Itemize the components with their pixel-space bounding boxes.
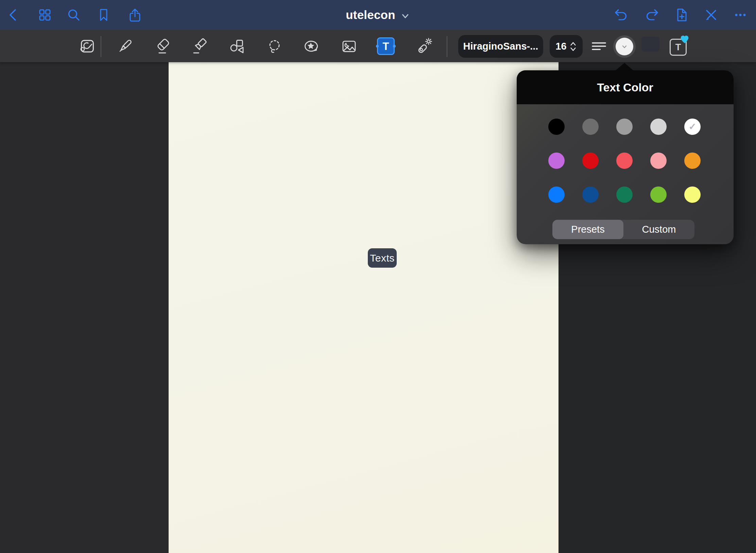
undo-button[interactable]	[613, 7, 630, 23]
app-window: utelecon	[0, 0, 756, 553]
laser-pointer-tool-button[interactable]	[415, 37, 433, 55]
share-button[interactable]	[127, 7, 143, 23]
color-swatch-blue[interactable]	[539, 178, 573, 212]
undo-icon	[613, 7, 630, 23]
text-tool-button[interactable]: T	[377, 37, 395, 55]
selected-check-icon: ✓	[689, 122, 697, 131]
heart-icon	[680, 34, 690, 44]
thumbnails-button[interactable]	[37, 7, 53, 23]
swatch-dot-gray	[616, 119, 633, 135]
lasso-tool-button[interactable]	[265, 37, 284, 55]
align-left-icon	[590, 37, 608, 55]
laser-pointer-icon	[415, 37, 433, 55]
highlighter-icon	[191, 37, 209, 55]
popover-header: Text Color	[517, 70, 734, 104]
presets-custom-segmented-control: Presets Custom	[552, 220, 694, 239]
elements-tool-button[interactable]	[302, 37, 320, 55]
document-title-button[interactable]: utelecon	[346, 0, 410, 30]
color-swatch-dark-gray[interactable]	[573, 110, 607, 144]
popover-arrow	[615, 63, 634, 71]
text-object[interactable]: Texts	[368, 248, 397, 268]
toolbar-divider	[447, 36, 447, 57]
document-title: utelecon	[346, 8, 395, 22]
color-swatch-black[interactable]	[539, 110, 573, 144]
color-swatch-grid: ✓	[539, 110, 709, 212]
swatch-dot-dark-gray	[582, 119, 599, 135]
swatch-dot-red	[582, 153, 599, 169]
pan-scroll-tool-button[interactable]	[78, 37, 97, 55]
page-canvas[interactable]	[169, 62, 559, 553]
text-color-popover: Text Color ✓ Presets Custom	[517, 70, 734, 244]
color-swatch-green[interactable]	[607, 178, 641, 212]
add-page-icon	[673, 7, 690, 23]
swatch-dot-orange	[684, 153, 701, 169]
swatch-dot-yellow	[684, 186, 701, 203]
color-swatch-yellow[interactable]	[675, 178, 709, 212]
back-button[interactable]	[5, 7, 22, 23]
text-tool-glyph: T	[383, 41, 389, 52]
lasso-icon	[265, 37, 284, 55]
toolbar-divider	[101, 36, 101, 57]
highlighter-tool-button[interactable]	[191, 37, 209, 55]
text-handle-right	[393, 45, 396, 48]
popover-title: Text Color	[597, 81, 653, 94]
pen-icon	[116, 37, 134, 55]
add-page-button[interactable]	[673, 7, 690, 23]
color-swatch-light-gray[interactable]	[641, 110, 675, 144]
color-swatch-white[interactable]: ✓	[675, 110, 709, 144]
search-icon	[66, 7, 82, 23]
canvas-background-left	[0, 62, 169, 553]
font-size-value: 16	[555, 41, 566, 52]
redo-button[interactable]	[643, 7, 660, 23]
color-swatch-coral[interactable]	[607, 144, 641, 178]
color-swatch-orchid[interactable]	[539, 144, 573, 178]
font-size-stepper[interactable]: 16	[550, 35, 583, 58]
color-swatch-gray[interactable]	[607, 110, 641, 144]
segment-presets[interactable]: Presets	[552, 220, 623, 239]
color-swatch-pink[interactable]	[641, 144, 675, 178]
dimmed-color-well	[641, 37, 659, 52]
exit-edit-mode-button[interactable]	[703, 7, 719, 23]
top-navigation-bar: utelecon	[0, 0, 756, 30]
back-chevron-icon	[5, 7, 22, 23]
stepper-chevrons-icon	[569, 40, 577, 53]
font-name-label: HiraginoSans-...	[463, 41, 538, 52]
redo-icon	[643, 7, 660, 23]
share-icon	[127, 7, 143, 23]
swatch-dot-green	[616, 186, 633, 203]
swatch-dot-coral	[616, 153, 633, 169]
search-button[interactable]	[66, 7, 82, 23]
image-icon	[340, 37, 358, 55]
color-swatch-red[interactable]	[573, 144, 607, 178]
text-object-label: Texts	[370, 252, 395, 264]
pen-tool-button[interactable]	[116, 37, 134, 55]
text-color-button[interactable]	[613, 35, 636, 58]
text-align-button[interactable]	[590, 37, 608, 55]
bookmark-icon	[96, 7, 112, 23]
swatch-dot-navy-blue	[582, 186, 599, 203]
grid-icon	[37, 7, 53, 23]
color-swatch-navy-blue[interactable]	[573, 178, 607, 212]
swatch-dot-light-gray	[650, 119, 667, 135]
color-swatch-orange[interactable]	[675, 144, 709, 178]
image-tool-button[interactable]	[340, 37, 358, 55]
swatch-dot-lime-green	[650, 186, 667, 203]
segment-custom[interactable]: Custom	[623, 220, 694, 239]
eraser-tool-button[interactable]	[153, 37, 172, 55]
swatch-dot-pink	[650, 153, 667, 169]
elements-sticker-icon	[302, 37, 320, 55]
swatch-dot-white: ✓	[684, 119, 701, 135]
text-color-current-swatch	[616, 38, 633, 55]
more-button[interactable]	[732, 7, 749, 23]
swatch-dot-orchid	[548, 153, 565, 169]
pan-scroll-icon	[78, 37, 97, 55]
text-style-favorites-button[interactable]: T	[670, 36, 689, 56]
shapes-icon	[228, 37, 246, 55]
swatch-dot-black	[548, 119, 565, 135]
font-name-button[interactable]: HiraginoSans-...	[458, 35, 543, 58]
swatch-dot-blue	[548, 186, 565, 203]
color-swatch-lime-green[interactable]	[641, 178, 675, 212]
shapes-tool-button[interactable]	[228, 37, 246, 55]
chevron-down-icon	[400, 9, 410, 21]
bookmark-button[interactable]	[96, 7, 112, 23]
